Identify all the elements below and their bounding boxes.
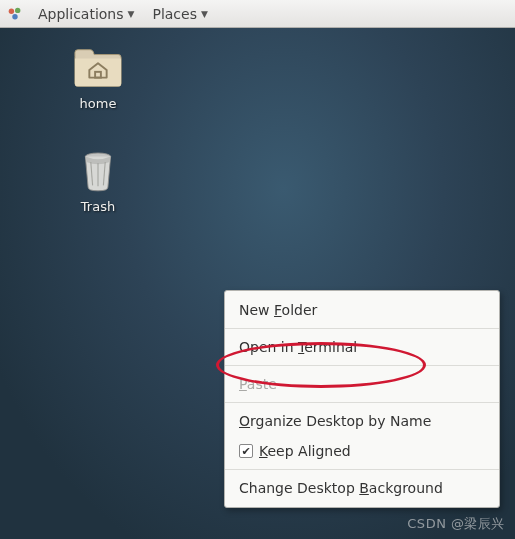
open-in-terminal-menuitem[interactable]: Open in Terminal [225, 332, 499, 362]
folder-home-icon [73, 46, 123, 90]
places-menu[interactable]: Places ▼ [144, 4, 215, 24]
top-panel: Applications ▼ Places ▼ [0, 0, 515, 28]
menuitem-label: Organize Desktop by Name [239, 413, 431, 429]
menuitem-label: Change Desktop Background [239, 480, 443, 496]
keep-aligned-menuitem[interactable]: ✔ Keep Aligned [225, 436, 499, 466]
places-menu-label: Places [152, 6, 197, 22]
desktop-context-menu: New Folder Open in Terminal Paste Organi… [224, 290, 500, 508]
trash-bin-icon [73, 149, 123, 193]
menu-separator [225, 365, 499, 366]
watermark-text: CSDN @梁辰兴 [407, 515, 505, 533]
menuitem-label: New Folder [239, 302, 317, 318]
desktop-icons-area: home Trash [62, 46, 134, 214]
home-folder-icon[interactable]: home [62, 46, 134, 111]
applications-menu-label: Applications [38, 6, 124, 22]
distro-logo-icon [6, 5, 24, 23]
paste-menuitem: Paste [225, 369, 499, 399]
desktop-wallpaper[interactable]: Applications ▼ Places ▼ home [0, 0, 515, 539]
new-folder-menuitem[interactable]: New Folder [225, 295, 499, 325]
chevron-down-icon: ▼ [128, 9, 135, 19]
svg-point-0 [9, 8, 14, 13]
chevron-down-icon: ▼ [201, 9, 208, 19]
menu-separator [225, 402, 499, 403]
applications-menu[interactable]: Applications ▼ [30, 4, 142, 24]
home-folder-label: home [80, 96, 117, 111]
menuitem-label: Open in Terminal [239, 339, 357, 355]
trash-icon[interactable]: Trash [62, 149, 134, 214]
menu-separator [225, 328, 499, 329]
change-background-menuitem[interactable]: Change Desktop Background [225, 473, 499, 503]
menuitem-label: Paste [239, 376, 277, 392]
trash-label: Trash [81, 199, 115, 214]
svg-point-2 [12, 14, 17, 19]
menuitem-label: Keep Aligned [259, 443, 351, 459]
svg-point-1 [15, 7, 20, 12]
organize-desktop-menuitem[interactable]: Organize Desktop by Name [225, 406, 499, 436]
menu-separator [225, 469, 499, 470]
checkbox-icon: ✔ [239, 444, 253, 458]
